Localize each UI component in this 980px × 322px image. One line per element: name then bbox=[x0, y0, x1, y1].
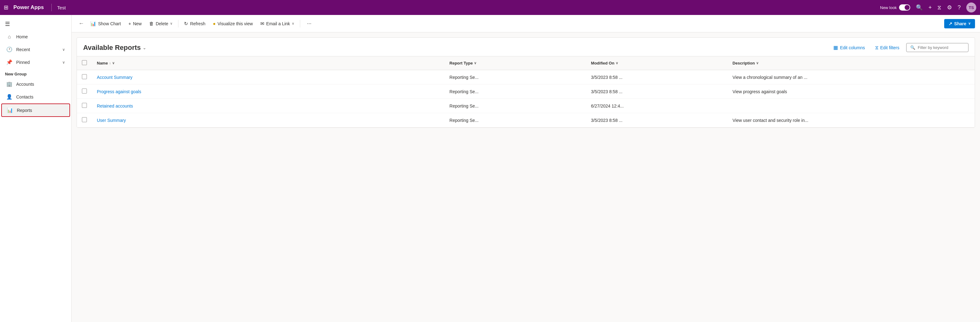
reports-panel: Available Reports ⌄ ▦ Edit columns ⧖ Edi… bbox=[76, 37, 975, 128]
sidebar: ☰ ⌂ Home 🕐 Recent ∨ 📌 Pinned ∨ New Group… bbox=[0, 15, 72, 322]
col-name-chevron-icon[interactable]: ∨ bbox=[112, 61, 115, 65]
filter-input-container[interactable]: 🔍 bbox=[906, 43, 969, 52]
col-header-name: Name ↑ ∨ bbox=[92, 56, 444, 70]
row-type-cell: Reporting Se... bbox=[444, 99, 586, 113]
row-checkbox[interactable] bbox=[82, 103, 87, 108]
accounts-icon: 🏢 bbox=[6, 81, 13, 87]
filter-button[interactable]: ⧖ bbox=[937, 4, 941, 11]
sidebar-item-recent[interactable]: 🕐 Recent ∨ bbox=[1, 43, 70, 56]
share-label: Share bbox=[954, 21, 966, 26]
reports-actions: ▦ Edit columns ⧖ Edit filters 🔍 bbox=[830, 43, 969, 53]
edit-filters-button[interactable]: ⧖ Edit filters bbox=[872, 43, 902, 53]
main-content: ← 📊 Show Chart + New 🗑 Delete ∨ ↻ Refres… bbox=[72, 15, 980, 322]
report-name-link[interactable]: Progress against goals bbox=[97, 89, 141, 94]
row-checkbox-cell bbox=[77, 99, 92, 113]
sidebar-item-home[interactable]: ⌂ Home bbox=[1, 31, 70, 43]
grid-icon[interactable]: ⊞ bbox=[4, 4, 8, 11]
toolbar: ← 📊 Show Chart + New 🗑 Delete ∨ ↻ Refres… bbox=[72, 15, 980, 32]
email-link-icon: ✉ bbox=[260, 21, 264, 27]
hamburger-icon[interactable]: ☰ bbox=[0, 18, 71, 30]
avatar[interactable]: TS bbox=[966, 3, 976, 13]
show-chart-label: Show Chart bbox=[98, 21, 121, 26]
row-modified-cell: 6/27/2024 12:4... bbox=[586, 99, 728, 113]
row-description-cell: View user contact and security role in..… bbox=[727, 113, 975, 128]
sidebar-item-reports[interactable]: 📊 Reports bbox=[1, 104, 70, 117]
show-chart-button[interactable]: 📊 Show Chart bbox=[87, 19, 124, 29]
delete-button[interactable]: 🗑 Delete ∨ bbox=[146, 19, 176, 28]
report-name-link[interactable]: User Summary bbox=[97, 118, 126, 123]
sidebar-home-label: Home bbox=[16, 34, 65, 39]
report-name-link[interactable]: Account Summary bbox=[97, 75, 132, 80]
col-name-label: Name bbox=[97, 61, 108, 65]
col-type-label: Report Type bbox=[449, 61, 473, 65]
visualize-button[interactable]: ● Visualize this view bbox=[210, 19, 256, 28]
filter-keyword-input[interactable] bbox=[918, 45, 961, 50]
row-name-cell: Retained accounts bbox=[92, 99, 444, 113]
col-type-chevron-icon[interactable]: ∨ bbox=[474, 61, 476, 65]
add-button[interactable]: + bbox=[928, 4, 932, 11]
email-link-button[interactable]: ✉ Email a Link ∨ bbox=[257, 19, 298, 29]
row-checkbox[interactable] bbox=[82, 117, 87, 122]
row-name-cell: User Summary bbox=[92, 113, 444, 128]
pinned-chevron-icon: ∨ bbox=[62, 60, 65, 65]
sidebar-item-pinned[interactable]: 📌 Pinned ∨ bbox=[1, 56, 70, 68]
contacts-icon: 👤 bbox=[6, 94, 13, 100]
table-row: Account Summary Reporting Se... 3/5/2023… bbox=[77, 70, 975, 84]
layout: ☰ ⌂ Home 🕐 Recent ∨ 📌 Pinned ∨ New Group… bbox=[0, 15, 980, 322]
table-row: Progress against goals Reporting Se... 3… bbox=[77, 84, 975, 99]
table-header-row: Name ↑ ∨ Report Type ∨ bbox=[77, 56, 975, 70]
select-all-checkbox[interactable] bbox=[82, 60, 87, 65]
refresh-button[interactable]: ↻ Refresh bbox=[181, 19, 208, 29]
row-type-cell: Reporting Se... bbox=[444, 84, 586, 99]
delete-label: Delete bbox=[156, 21, 168, 26]
sidebar-contacts-label: Contacts bbox=[16, 94, 65, 99]
share-chevron-icon: ∨ bbox=[968, 22, 970, 26]
settings-button[interactable]: ⚙ bbox=[947, 4, 952, 11]
new-look-toggle[interactable] bbox=[899, 4, 910, 11]
reports-title-row: Available Reports ⌄ bbox=[83, 44, 830, 52]
refresh-label: Refresh bbox=[190, 21, 205, 26]
share-button[interactable]: ↗ Share ∨ bbox=[944, 19, 975, 29]
edit-columns-button[interactable]: ▦ Edit columns bbox=[830, 43, 868, 53]
col-description-chevron-icon[interactable]: ∨ bbox=[756, 61, 759, 65]
pinned-icon: 📌 bbox=[6, 59, 13, 65]
col-header-report-type: Report Type ∨ bbox=[444, 56, 586, 70]
row-checkbox[interactable] bbox=[82, 74, 87, 79]
row-description-cell bbox=[727, 99, 975, 113]
reports-header: Available Reports ⌄ ▦ Edit columns ⧖ Edi… bbox=[77, 38, 975, 56]
row-checkbox[interactable] bbox=[82, 89, 87, 94]
new-label: New bbox=[133, 21, 142, 26]
content-area: Available Reports ⌄ ▦ Edit columns ⧖ Edi… bbox=[72, 32, 980, 322]
edit-filters-icon: ⧖ bbox=[875, 45, 878, 51]
col-header-description: Description ∨ bbox=[727, 56, 975, 70]
recent-icon: 🕐 bbox=[6, 46, 13, 53]
row-name-cell: Account Summary bbox=[92, 70, 444, 84]
new-look-toggle-group: New look bbox=[880, 4, 910, 11]
topbar-right: New look 🔍 + ⧖ ⚙ ? TS bbox=[880, 3, 976, 13]
sort-asc-icon[interactable]: ↑ bbox=[109, 61, 111, 65]
sidebar-accounts-label: Accounts bbox=[16, 82, 65, 87]
recent-chevron-icon: ∨ bbox=[62, 47, 65, 52]
reports-icon: 📊 bbox=[7, 107, 13, 113]
reports-title-chevron-icon[interactable]: ⌄ bbox=[143, 45, 146, 50]
col-description-label: Description bbox=[732, 61, 755, 65]
delete-icon: 🗑 bbox=[149, 21, 154, 26]
more-button[interactable]: ⋯ bbox=[304, 19, 315, 28]
help-button[interactable]: ? bbox=[958, 4, 961, 11]
report-name-link[interactable]: Retained accounts bbox=[97, 104, 133, 108]
row-modified-cell: 3/5/2023 8:58 ... bbox=[586, 70, 728, 84]
sidebar-item-accounts[interactable]: 🏢 Accounts bbox=[1, 78, 70, 90]
back-button[interactable]: ← bbox=[76, 18, 86, 29]
row-name-cell: Progress against goals bbox=[92, 84, 444, 99]
environment-name: Test bbox=[57, 5, 66, 10]
row-type-cell: Reporting Se... bbox=[444, 113, 586, 128]
col-header-checkbox bbox=[77, 56, 92, 70]
row-modified-cell: 3/5/2023 8:58 ... bbox=[586, 113, 728, 128]
row-checkbox-cell bbox=[77, 84, 92, 99]
edit-columns-icon: ▦ bbox=[833, 45, 838, 51]
col-modified-chevron-icon[interactable]: ∨ bbox=[616, 61, 618, 65]
new-button[interactable]: + New bbox=[125, 19, 145, 28]
sidebar-recent-label: Recent bbox=[16, 47, 59, 52]
sidebar-item-contacts[interactable]: 👤 Contacts bbox=[1, 91, 70, 103]
search-button[interactable]: 🔍 bbox=[916, 4, 923, 11]
